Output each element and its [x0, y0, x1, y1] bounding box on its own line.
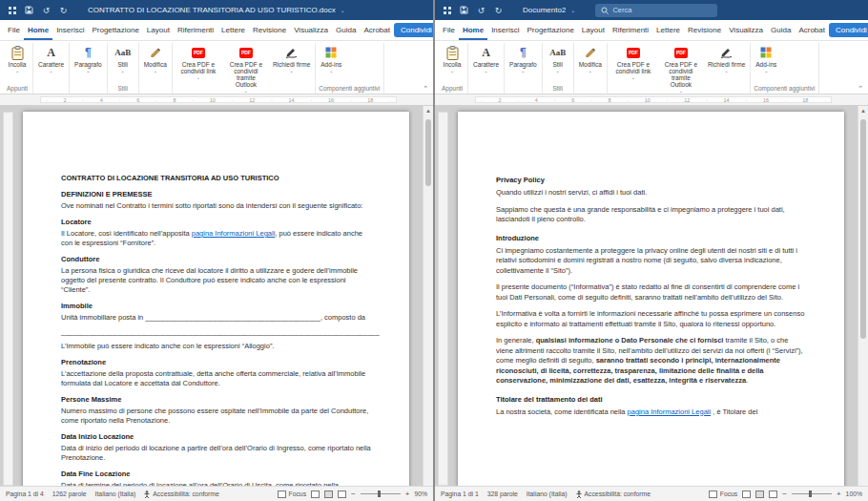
tab-visualizza[interactable]: Visualizza — [290, 20, 332, 40]
tab-revisione[interactable]: Revisione — [249, 20, 290, 40]
tab-progettazione[interactable]: Progettazione — [88, 20, 142, 40]
zoom-out-icon[interactable]: − — [782, 490, 787, 498]
tab-file[interactable]: File — [439, 20, 459, 40]
focus-button[interactable]: Focus — [278, 491, 307, 498]
scroll-up-icon[interactable]: ▲ — [424, 106, 433, 116]
word-count[interactable]: 1262 parole — [52, 491, 87, 497]
horizontal-ruler-left[interactable]: ·2·4·6·8·10·12·14·16·18· — [0, 94, 433, 106]
accessibility-status[interactable]: Accessibilità: conforme — [576, 491, 651, 498]
vertical-scrollbar[interactable]: ▲ — [423, 106, 433, 486]
redo-icon[interactable]: ↻ — [57, 6, 70, 15]
read-mode-icon[interactable] — [311, 491, 320, 498]
modifica-button[interactable]: Modifica⌄ — [142, 43, 169, 83]
zoom-slider[interactable] — [792, 493, 832, 494]
legal-page-link[interactable]: pagina Informazioni Legali — [628, 407, 712, 416]
carattere-button[interactable]: ACarattere⌄ — [471, 43, 501, 83]
crea-pdf-e-condividi-link-button[interactable]: PDFCrea PDF e condividi link⌄ — [610, 43, 656, 94]
richiedi-firme-button[interactable]: Richiedi firme⌄ — [706, 43, 747, 94]
zoom-slider-thumb[interactable] — [378, 491, 381, 497]
save-icon[interactable] — [23, 6, 35, 14]
focus-button[interactable]: Focus — [709, 491, 738, 498]
read-mode-icon[interactable] — [742, 491, 751, 498]
collapse-ribbon-icon[interactable]: ⌃ — [858, 85, 863, 93]
document-page[interactable]: CONTRATTO DI LOCAZIONE TRANSITORIA AD US… — [23, 112, 409, 486]
ribbon-group: ACarattere⌄ — [468, 43, 505, 94]
scroll-thumb[interactable] — [860, 119, 866, 339]
stili-button[interactable]: AaBStili⌄ — [546, 43, 570, 83]
vertical-ruler-right[interactable] — [438, 112, 448, 486]
tab-acrobat[interactable]: Acrobat — [360, 20, 394, 40]
tab-riferimenti[interactable]: Riferimenti — [609, 20, 652, 40]
title-chevron-icon[interactable]: ⌄ — [341, 7, 345, 13]
crea-pdf-e-condividi-tramite-outlook-button[interactable]: PDFCrea PDF e condividi tramite Outlook⌄ — [223, 43, 269, 94]
language-indicator[interactable]: Italiano (Italia) — [527, 491, 568, 497]
tab-file[interactable]: File — [4, 20, 24, 40]
redo-icon[interactable]: ↻ — [492, 6, 505, 15]
page-indicator[interactable]: Pagina 1 di 4 — [6, 491, 44, 497]
zoom-in-icon[interactable]: + — [837, 490, 841, 498]
tab-layout[interactable]: Layout — [143, 20, 174, 40]
word-count[interactable]: 328 parole — [487, 491, 518, 497]
zoom-slider-thumb[interactable] — [809, 491, 812, 497]
print-layout-icon[interactable] — [324, 491, 333, 498]
incolla-button[interactable]: Incolla⌄ — [440, 43, 465, 83]
tab-guida[interactable]: Guida — [332, 20, 360, 40]
legal-page-link[interactable]: pagina Informazioni Legali — [192, 229, 276, 238]
paragrafo-button[interactable]: ¶Paragrafo⌄ — [507, 43, 539, 83]
search-input[interactable]: Cerca — [595, 4, 717, 17]
tab-revisione[interactable]: Revisione — [684, 20, 725, 40]
page-indicator[interactable]: Pagina 1 di 1 — [441, 491, 479, 497]
carattere-button[interactable]: ACarattere⌄ — [36, 43, 66, 83]
vertical-ruler-left[interactable] — [3, 112, 13, 486]
add-ins-button[interactable]: Add-ins⌄ — [319, 43, 343, 83]
undo-icon[interactable]: ↺ — [475, 6, 487, 15]
print-layout-icon[interactable] — [755, 491, 764, 498]
vertical-scrollbar[interactable]: ▲ — [858, 106, 868, 486]
zoom-percentage[interactable]: 90% — [414, 491, 427, 497]
tab-visualizza[interactable]: Visualizza — [725, 20, 767, 40]
scroll-thumb[interactable] — [425, 119, 431, 186]
tab-home[interactable]: Home — [24, 20, 52, 40]
accessibility-status[interactable]: Accessibilità: conforme — [144, 491, 219, 498]
collapse-ribbon-icon[interactable]: ⌃ — [423, 85, 428, 93]
crea-pdf-e-condividi-link-button[interactable]: PDFCrea PDF e condividi link⌄ — [176, 43, 221, 94]
tab-inserisci[interactable]: Inserisci — [52, 20, 88, 40]
title-chevron-icon[interactable]: ⌄ — [570, 7, 575, 13]
scroll-up-icon[interactable]: ▲ — [858, 106, 868, 116]
richiedi-firme-button[interactable]: Richiedi firme⌄ — [271, 43, 312, 94]
tab-home[interactable]: Home — [459, 20, 487, 40]
stili-button[interactable]: AaBStili⌄ — [111, 43, 135, 83]
tab-lettere[interactable]: Lettere — [652, 20, 684, 40]
save-icon[interactable] — [458, 6, 470, 14]
crea-pdf-e-condividi-tramite-outlook-button[interactable]: PDFCrea PDF e condividi tramite Outlook⌄ — [658, 43, 704, 94]
horizontal-ruler-right[interactable]: ·2·4·6·8·10·12·14·16·18· — [435, 94, 868, 106]
share-button[interactable]: Condividi▼ — [394, 23, 433, 37]
tab-inserisci[interactable]: Inserisci — [487, 20, 523, 40]
document-page[interactable]: Privacy PolicyQuando utilizzi i nostri s… — [458, 112, 844, 486]
incolla-button[interactable]: Incolla⌄ — [5, 43, 30, 83]
tab-progettazione[interactable]: Progettazione — [523, 20, 577, 40]
chevron-down-icon: ⌄ — [764, 68, 768, 73]
undo-icon[interactable]: ↺ — [40, 6, 52, 15]
zoom-in-icon[interactable]: + — [405, 490, 410, 498]
language-indicator[interactable]: Italiano (Italia) — [95, 491, 136, 497]
zoom-slider[interactable] — [361, 493, 401, 494]
zoom-out-icon[interactable]: − — [351, 490, 356, 498]
app-menu-icon[interactable] — [441, 7, 453, 14]
web-layout-icon[interactable] — [338, 491, 346, 498]
ribbon-group: Add-ins⌄Componenti aggiuntivi — [751, 43, 818, 94]
share-button[interactable]: Condividi▼ — [829, 23, 868, 37]
signature-icon — [720, 45, 733, 60]
web-layout-icon[interactable] — [769, 491, 777, 498]
zoom-percentage[interactable]: 100% — [846, 491, 862, 497]
tab-riferimenti[interactable]: Riferimenti — [174, 20, 217, 40]
ribbon-group-label — [36, 83, 66, 94]
tab-layout[interactable]: Layout — [578, 20, 609, 40]
app-menu-icon[interactable] — [6, 7, 18, 14]
tab-lettere[interactable]: Lettere — [217, 20, 249, 40]
tab-guida[interactable]: Guida — [767, 20, 795, 40]
paragrafo-button[interactable]: ¶Paragrafo⌄ — [72, 43, 104, 83]
add-ins-button[interactable]: Add-ins⌄ — [754, 43, 778, 83]
tab-acrobat[interactable]: Acrobat — [795, 20, 829, 40]
modifica-button[interactable]: Modifica⌄ — [577, 43, 604, 83]
